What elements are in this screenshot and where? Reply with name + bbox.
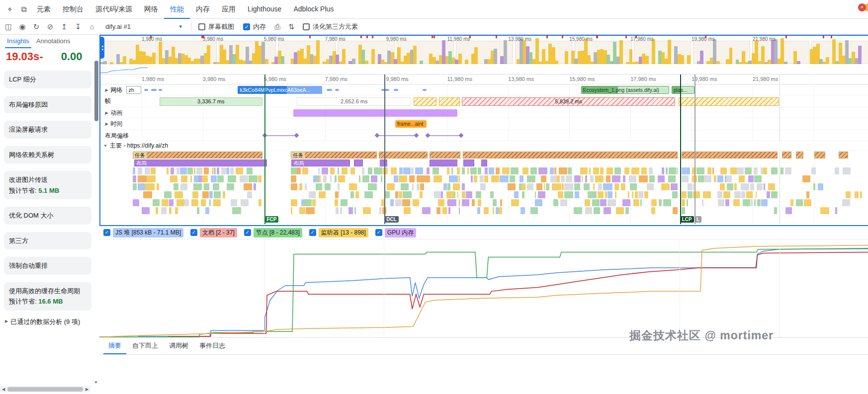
flame-bar[interactable] — [359, 175, 361, 182]
flame-bar[interactable] — [574, 207, 582, 214]
checkbox-icon[interactable]: ✓ — [375, 229, 382, 236]
scrollbar-thumb[interactable] — [94, 61, 98, 121]
scroll-right-arrow[interactable]: ▶ — [84, 387, 90, 392]
clear-icon[interactable]: ⊘ — [44, 20, 57, 33]
flame-bar[interactable] — [598, 191, 604, 198]
devtools-tab-2[interactable]: 控制台 — [57, 0, 89, 19]
flame-bar[interactable] — [403, 167, 411, 174]
flame-bar[interactable] — [291, 183, 297, 190]
layout-event-bar[interactable] — [380, 159, 387, 166]
flame-bar[interactable] — [842, 199, 850, 206]
flame-bar[interactable] — [741, 191, 745, 198]
flame-bar[interactable] — [371, 175, 377, 182]
flame-bar[interactable] — [387, 183, 395, 190]
flame-bar[interactable] — [682, 191, 687, 198]
task-bar[interactable] — [682, 152, 778, 158]
flame-bar[interactable] — [734, 191, 741, 198]
flame-bar[interactable] — [574, 175, 581, 182]
flame-bar[interactable] — [585, 207, 592, 214]
frame-bar[interactable]: 5,839.2 ms — [462, 97, 675, 106]
flame-bar[interactable] — [355, 191, 359, 198]
flame-bar[interactable] — [232, 207, 241, 214]
flame-bar[interactable] — [813, 183, 815, 190]
flame-bar[interactable] — [607, 167, 613, 174]
flame-bar[interactable] — [472, 199, 475, 206]
flame-bar[interactable] — [151, 167, 156, 174]
flame-bar[interactable] — [639, 175, 647, 182]
flame-bar[interactable] — [335, 191, 339, 198]
timeline-tracks[interactable]: ▶ 网络 zhk3kCo84MPvpLmixcA63oeA...Ecosyste… — [100, 84, 868, 224]
flame-bar[interactable] — [477, 207, 480, 214]
flame-bar[interactable] — [291, 199, 297, 206]
flame-bar[interactable] — [391, 167, 397, 174]
sidebar-tab-insights[interactable]: Insights — [5, 37, 31, 48]
flame-bar[interactable] — [535, 199, 542, 206]
flame-bar[interactable] — [318, 167, 320, 174]
network-request[interactable]: k3kCo84MPvpLmixcA63oeA... — [238, 86, 322, 94]
flame-bar[interactable] — [575, 191, 579, 198]
flame-bar[interactable] — [443, 183, 447, 190]
flame-bar[interactable] — [425, 175, 430, 182]
flame-bar[interactable] — [227, 167, 229, 174]
flame-bar[interactable] — [325, 183, 331, 190]
flame-bar[interactable] — [458, 175, 460, 182]
flame-bar[interactable] — [363, 207, 370, 214]
flame-bar[interactable] — [588, 191, 597, 198]
insight-card[interactable]: 使用高效的缓存生命周期预计节省: 16.6 MB — [4, 282, 91, 311]
flame-bar[interactable] — [521, 183, 525, 190]
devtools-tab-4[interactable]: 网络 — [138, 0, 164, 19]
checkbox-icon[interactable]: ✓ — [244, 229, 251, 236]
task-bar[interactable] — [796, 152, 803, 158]
flame-bar[interactable] — [538, 167, 547, 174]
flame-bar[interactable] — [592, 199, 600, 206]
marker-badge-fcp[interactable]: FCP — [264, 216, 278, 223]
network-request-tick[interactable] — [423, 89, 427, 91]
flame-bar[interactable] — [341, 199, 347, 206]
flame-bar[interactable] — [197, 207, 199, 214]
flame-bar[interactable] — [682, 199, 685, 206]
flame-bar[interactable] — [227, 183, 234, 190]
flame-bar[interactable] — [312, 199, 316, 206]
flame-bar[interactable] — [209, 199, 211, 206]
flame-bar[interactable] — [258, 175, 261, 182]
layout-event-bar[interactable] — [354, 159, 363, 166]
flame-bar[interactable] — [291, 207, 292, 214]
insight-card[interactable]: 优化 DOM 大小 — [4, 207, 91, 225]
flame-bar[interactable] — [133, 175, 136, 182]
insight-card[interactable]: 改进图片传送预计节省: 5.1 MB — [4, 171, 91, 199]
flame-bar[interactable] — [574, 183, 576, 190]
bottom-tab-1[interactable]: 摘要 — [103, 338, 126, 354]
checkbox-icon[interactable]: ✓ — [190, 229, 197, 236]
timing-marker[interactable]: frame...aint — [395, 120, 427, 128]
task-bar[interactable]: 任务 — [133, 152, 262, 158]
sidebar-tab-annotations[interactable]: Annotations — [34, 37, 73, 48]
flame-bar[interactable] — [417, 175, 425, 182]
flame-bar[interactable] — [682, 207, 686, 214]
flame-bar[interactable] — [451, 167, 453, 174]
sidebar-vertical-scrollbar[interactable] — [94, 50, 99, 373]
flame-bar[interactable] — [190, 175, 192, 182]
flame-bar[interactable] — [319, 191, 326, 198]
main-thread-track-header[interactable]: ▼ 主要 - https://dify.ai/zh — [100, 141, 868, 151]
flame-bar[interactable] — [804, 199, 811, 206]
timeline-panel[interactable]: 1,980 ms3,980 ms5,980 ms7,980 ms9,980 ms… — [99, 35, 868, 226]
flame-bar[interactable] — [240, 175, 248, 182]
flame-bar[interactable] — [746, 191, 753, 198]
task-bar[interactable] — [814, 152, 825, 158]
flame-bar[interactable] — [446, 191, 453, 198]
flame-bar[interactable] — [213, 199, 221, 206]
flame-bar[interactable] — [647, 183, 653, 190]
flame-bar[interactable] — [659, 199, 662, 206]
flame-bar[interactable] — [390, 199, 394, 206]
animations-track[interactable]: ▶ 动画 — [100, 107, 868, 118]
flame-bar[interactable] — [658, 175, 664, 182]
flame-bar[interactable] — [138, 175, 147, 182]
frames-track[interactable]: 帧 3,336.7 ms2,652.6 ms5,839.2 ms — [100, 95, 868, 107]
flame-bar[interactable] — [590, 175, 594, 182]
flame-bar[interactable] — [415, 167, 423, 174]
dock-panel-icon[interactable]: ◫ — [2, 20, 15, 33]
flame-bar[interactable] — [605, 191, 608, 198]
home-icon[interactable]: ⌂ — [86, 20, 98, 33]
flame-bar[interactable] — [401, 183, 409, 190]
layout-shift-cluster[interactable] — [264, 135, 297, 136]
